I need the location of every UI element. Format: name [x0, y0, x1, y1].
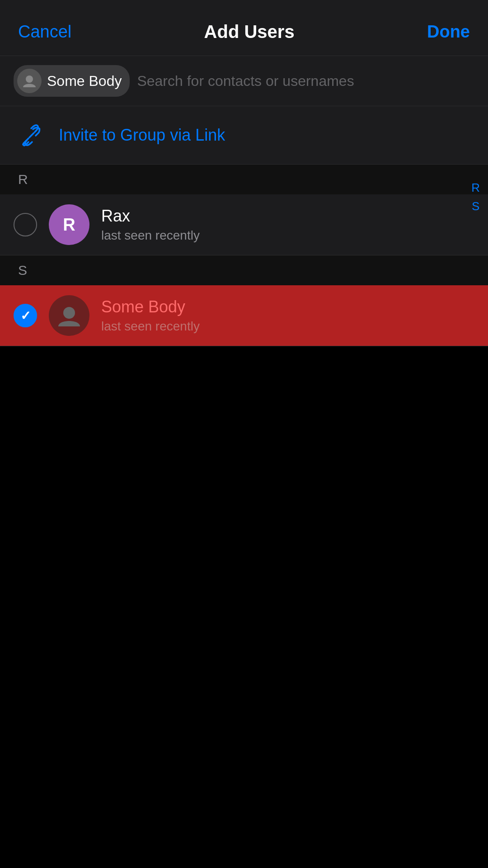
contact-name: Rax — [101, 207, 200, 226]
link-icon — [18, 122, 45, 149]
search-bar[interactable]: Some Body Search for contacts or usernam… — [0, 56, 488, 106]
svg-point-1 — [63, 307, 75, 319]
alpha-sidebar: R S — [471, 181, 480, 213]
header: Cancel Add Users Done — [0, 0, 488, 56]
chip-name: Some Body — [47, 73, 122, 90]
section-header-R: R — [0, 165, 488, 194]
selection-circle[interactable] — [14, 213, 37, 236]
page-title: Add Users — [204, 22, 295, 42]
search-input[interactable]: Search for contacts or usernames — [137, 73, 474, 90]
checkmark-icon: ✓ — [20, 308, 31, 323]
alpha-S[interactable]: S — [471, 199, 480, 213]
contact-status: last seen recently — [101, 319, 200, 334]
contact-info: Some Bodylast seen recently — [101, 297, 200, 334]
contact-name: Some Body — [101, 297, 200, 316]
contact-info: Raxlast seen recently — [101, 207, 200, 243]
contact-avatar — [49, 295, 89, 336]
svg-point-0 — [26, 75, 33, 83]
section-header-S: S — [0, 255, 488, 285]
invite-link-row[interactable]: Invite to Group via Link — [0, 106, 488, 165]
contact-avatar: R — [49, 204, 89, 245]
contact-row[interactable]: ✓ Some Bodylast seen recently — [0, 285, 488, 346]
contact-list: RRRaxlast seen recentlyS✓ Some Bodylast … — [0, 165, 488, 346]
selection-circle[interactable]: ✓ — [14, 304, 37, 327]
alpha-R[interactable]: R — [471, 181, 480, 195]
selected-chip[interactable]: Some Body — [14, 65, 130, 97]
chip-avatar — [17, 69, 42, 93]
cancel-button[interactable]: Cancel — [18, 22, 71, 42]
done-button[interactable]: Done — [427, 22, 470, 42]
contact-status: last seen recently — [101, 228, 200, 243]
contact-row[interactable]: RRaxlast seen recently — [0, 194, 488, 255]
invite-link-label: Invite to Group via Link — [59, 126, 225, 145]
